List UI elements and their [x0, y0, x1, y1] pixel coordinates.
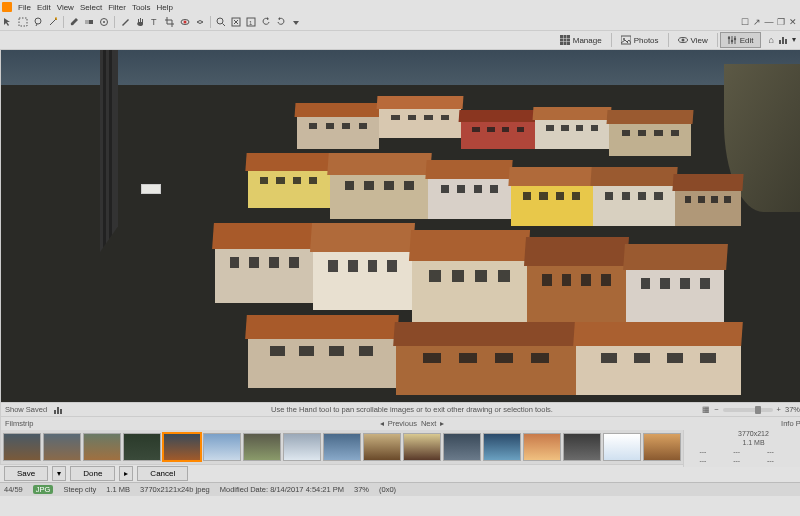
histogram-icon[interactable]: [778, 35, 788, 45]
filmstrip-thumb[interactable]: [403, 433, 441, 461]
svg-rect-3: [85, 20, 89, 24]
mode-photos[interactable]: Photos: [614, 32, 666, 48]
film-next-label[interactable]: Next: [421, 419, 436, 428]
svg-rect-15: [567, 35, 570, 38]
filmstrip-thumb[interactable]: [483, 433, 521, 461]
tool-select-icon[interactable]: [2, 16, 14, 28]
menu-filter[interactable]: Filter: [108, 3, 126, 12]
window-controls: ☐ ↗ — ❐ ✕: [740, 17, 798, 27]
filmstrip-thumb[interactable]: [523, 433, 561, 461]
window-restore-icon[interactable]: ❐: [776, 17, 786, 27]
tool-fit-icon[interactable]: [230, 16, 242, 28]
menu-select[interactable]: Select: [80, 3, 102, 12]
filmstrip-header: Filmstrip ◂ Previous Next ▸ Info Palette: [1, 416, 800, 430]
modebar-separator: [668, 33, 669, 47]
film-prev-icon[interactable]: ◂: [380, 419, 384, 428]
film-prev-label[interactable]: Previous: [388, 419, 417, 428]
filmstrip-thumb[interactable]: [3, 433, 41, 461]
show-saved-toggle[interactable]: Show Saved: [5, 405, 47, 414]
info-cell: ---: [789, 457, 800, 464]
tool-zoom-icon[interactable]: [215, 16, 227, 28]
window-min-icon[interactable]: —: [764, 17, 774, 27]
filmstrip-thumb[interactable]: [243, 433, 281, 461]
mode-manage[interactable]: Manage: [553, 32, 609, 48]
status-name: Steep city: [63, 485, 96, 494]
tool-text-icon[interactable]: T: [149, 16, 161, 28]
zoom-in-icon[interactable]: +: [777, 405, 781, 414]
done-button[interactable]: Done: [70, 466, 115, 481]
filmstrip-thumb[interactable]: [323, 433, 361, 461]
house: [297, 106, 379, 148]
done-next-icon[interactable]: ▸: [119, 466, 133, 481]
filmstrip-thumb[interactable]: [43, 433, 81, 461]
close-panel-icon[interactable]: ☐: [740, 17, 750, 27]
filmstrip-thumb[interactable]: [83, 433, 121, 461]
filmstrip-thumb[interactable]: [563, 433, 601, 461]
bottom-actions: Save ▾ Done ▸ Cancel: [0, 464, 800, 482]
info-cell: ---: [756, 457, 786, 464]
film-next-icon[interactable]: ▸: [440, 419, 444, 428]
house: [396, 325, 577, 395]
tool-eyedropper-icon[interactable]: [119, 16, 131, 28]
mode-edit[interactable]: Edit: [720, 32, 761, 48]
svg-rect-18: [567, 39, 570, 42]
filmstrip-thumb[interactable]: [283, 433, 321, 461]
tool-heal-icon[interactable]: [194, 16, 206, 28]
tool-rotate-r-icon[interactable]: [275, 16, 287, 28]
filmstrip-thumb[interactable]: [163, 433, 201, 461]
tool-brush-icon[interactable]: [68, 16, 80, 28]
tool-actual-icon[interactable]: 1: [245, 16, 257, 28]
tool-gradient-icon[interactable]: [83, 16, 95, 28]
zoom-controls: ▦ − + 37% ▾ ☐: [702, 405, 800, 414]
toolbar-separator: [63, 16, 64, 28]
svg-rect-0: [19, 18, 27, 26]
mode-view[interactable]: View: [671, 32, 715, 48]
menu-file[interactable]: File: [18, 3, 31, 12]
svg-point-9: [217, 18, 223, 24]
cancel-button[interactable]: Cancel: [137, 466, 188, 481]
question-icon[interactable]: ⌂: [769, 35, 774, 45]
zoom-out-icon[interactable]: −: [714, 405, 718, 414]
info-palette-label[interactable]: Info Palette: [781, 419, 800, 428]
tool-marquee-icon[interactable]: [17, 16, 29, 28]
filmstrip-thumb[interactable]: [363, 433, 401, 461]
house: [576, 325, 740, 395]
save-button[interactable]: Save: [4, 466, 48, 481]
svg-point-27: [731, 40, 733, 42]
tool-redeye-icon[interactable]: [179, 16, 191, 28]
info-cell: ---: [789, 448, 800, 455]
nav-window-icon[interactable]: ▦: [702, 405, 710, 414]
tool-more-icon[interactable]: [290, 16, 302, 28]
toolbar-separator: [114, 16, 115, 28]
save-menu-icon[interactable]: ▾: [52, 466, 66, 481]
filmstrip-thumb[interactable]: [603, 433, 641, 461]
zoom-slider[interactable]: [723, 408, 773, 412]
mode-edit-label: Edit: [740, 36, 754, 45]
menu-help[interactable]: Help: [157, 3, 173, 12]
tool-rotate-l-icon[interactable]: [260, 16, 272, 28]
chevron-down-icon[interactable]: ▾: [792, 35, 796, 45]
window-close-icon[interactable]: ✕: [788, 17, 798, 27]
svg-rect-34: [60, 409, 62, 414]
tool-radial-icon[interactable]: [98, 16, 110, 28]
filmstrip[interactable]: [1, 431, 683, 463]
canvas-infobar: Show Saved Use the Hand tool to pan scro…: [1, 402, 800, 416]
menu-view[interactable]: View: [57, 3, 74, 12]
filmstrip-thumb[interactable]: [203, 433, 241, 461]
filmstrip-thumb[interactable]: [123, 433, 161, 461]
statusbar: 44/59 JPG Steep city 1.1 MB 3770x2121x24…: [0, 482, 800, 496]
image-canvas[interactable]: [1, 50, 800, 402]
tool-lasso-icon[interactable]: [32, 16, 44, 28]
menu-edit[interactable]: Edit: [37, 3, 51, 12]
histogram-toggle-icon[interactable]: [53, 405, 63, 415]
svg-point-26: [728, 37, 730, 39]
external-icon[interactable]: ↗: [752, 17, 762, 27]
tool-wand-icon[interactable]: [47, 16, 59, 28]
filmstrip-thumb[interactable]: [643, 433, 681, 461]
tool-hand-icon[interactable]: [134, 16, 146, 28]
info-size: 1.1 MB: [688, 439, 800, 446]
filmstrip-thumb[interactable]: [443, 433, 481, 461]
menu-tools[interactable]: Tools: [132, 3, 151, 12]
status-dim: 3770x2121x24b jpeg: [140, 485, 210, 494]
tool-crop-icon[interactable]: [164, 16, 176, 28]
